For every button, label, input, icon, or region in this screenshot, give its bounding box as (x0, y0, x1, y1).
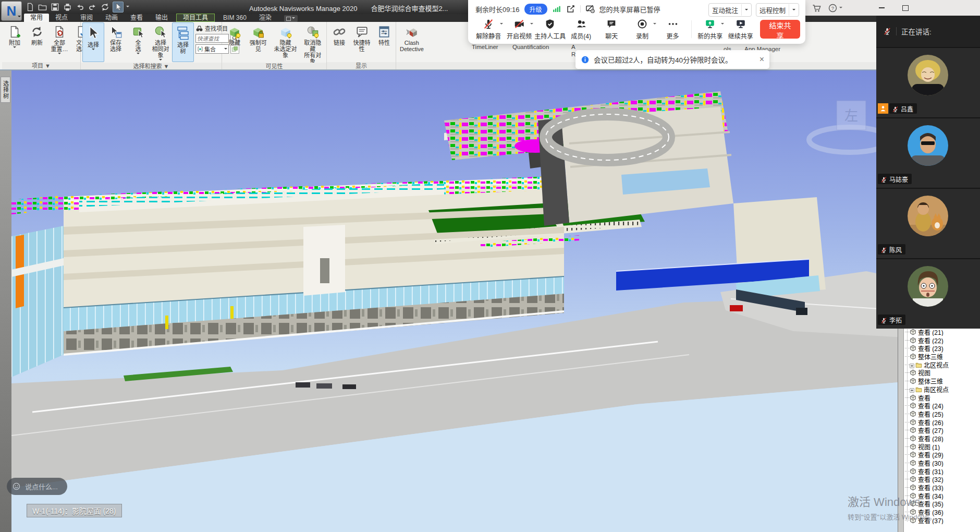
meeting-chat-bubble[interactable]: 说点什么... (7, 478, 67, 495)
remote-control-dropdown[interactable]: 远程控制 (756, 3, 799, 17)
ribbon-tool-label[interactable]: TimeLiner (472, 44, 498, 50)
group-label-project[interactable]: 项目 ▼ (2, 62, 80, 69)
tree-item[interactable]: 视图 (905, 369, 979, 377)
ribbon-button[interactable]: 强制可见 (246, 22, 270, 62)
chevron-down-icon[interactable] (530, 23, 533, 26)
chevron-down-icon[interactable] (500, 23, 503, 26)
qat-select-cursor-button[interactable] (113, 2, 124, 13)
minimize-button[interactable] (869, 0, 893, 16)
toast-close-button[interactable]: × (760, 55, 764, 64)
ribbon-button[interactable]: 链接 (328, 22, 350, 62)
tree-item[interactable]: 查看 (22) (905, 336, 979, 344)
tree-item[interactable]: 查看 (29) (905, 451, 979, 459)
meeting-toolbar-button[interactable]: 主持人工具 (534, 18, 566, 40)
chevron-down-icon[interactable] (839, 7, 842, 10)
qat-button[interactable] (100, 2, 110, 12)
tree-item[interactable]: 查看 (24) (905, 402, 979, 410)
tree-item[interactable]: 整体三维 (905, 377, 979, 385)
tree-item[interactable]: 查看 (26) (905, 418, 979, 426)
navisworks-app-button[interactable]: N (1, 1, 22, 21)
ribbon-button[interactable]: 全 选 (127, 22, 149, 62)
ribbon-button[interactable]: 选择 (82, 22, 104, 62)
ribbon-button[interactable]: 快捷特性 (351, 22, 373, 62)
ribbon-tab[interactable]: 常用 (24, 14, 49, 22)
tree-item[interactable]: 查看 (25) (905, 410, 979, 418)
ribbon-button[interactable]: 选择 相同对象 (150, 22, 172, 62)
tree-item[interactable]: 查看 (21) (905, 328, 979, 336)
tree-item[interactable]: 查看 (35) (905, 500, 979, 508)
ribbon-tool-label[interactable]: A (571, 44, 575, 50)
meeting-toolbar-button[interactable]: 解除静音 (473, 18, 504, 40)
ribbon-button[interactable]: 刷新 (26, 22, 48, 62)
participant-tile[interactable]: 陈风 (876, 188, 980, 258)
meeting-share-button[interactable]: 继续共享 (725, 18, 756, 40)
tree-item[interactable]: 查看 (27) (905, 426, 979, 434)
ribbon-tab[interactable]: 渲染 (253, 14, 278, 22)
participant-tile[interactable]: 吕鑫 (876, 47, 980, 117)
meeting-toolbar-button[interactable]: 成员(4) (566, 18, 596, 40)
tree-item[interactable]: 北区视点 (905, 360, 979, 369)
meeting-toolbar-button[interactable]: 录制 (627, 18, 658, 40)
meeting-toolbar-button[interactable]: 更多 (657, 18, 688, 40)
ribbon-tab[interactable]: 查看 (124, 14, 149, 22)
tree-item[interactable]: 查看 (28) (905, 434, 979, 443)
tree-item[interactable]: 查看 (33) (905, 483, 979, 492)
participant-tile[interactable]: 马誌豪 (876, 117, 980, 188)
qat-button[interactable] (63, 2, 72, 12)
meeting-toolbar-button[interactable]: 聊天 (596, 18, 627, 40)
ribbon-button[interactable]: 选择 树 (172, 22, 194, 62)
ribbon-button[interactable]: 特性 (373, 22, 395, 62)
cart-icon[interactable] (812, 3, 822, 13)
ribbon-tab[interactable]: 输出 (149, 14, 174, 22)
group-label-select[interactable]: 选择和搜索 ▼ (81, 63, 222, 70)
ribbon-button[interactable]: Clash Detective (398, 22, 426, 62)
tree-item[interactable]: 查看 (31) (905, 467, 979, 475)
viewport-3d-scene[interactable]: 左 (11, 70, 980, 532)
ribbon-tab[interactable]: 视点 (49, 14, 74, 22)
qat-button[interactable] (38, 2, 47, 12)
ribbon-button[interactable]: 全部 重置… (48, 22, 70, 62)
ribbon-button[interactable]: 隐藏 (224, 22, 246, 62)
ribbon-button[interactable]: 取消隐藏 所有对象 (301, 22, 325, 62)
popout-icon[interactable] (566, 4, 575, 14)
ribbon-collapse-button[interactable] (284, 15, 298, 22)
tree-item[interactable]: 视图 (1) (905, 442, 979, 451)
tree-item[interactable]: 查看 (34) (905, 491, 979, 500)
qat-button[interactable] (88, 2, 97, 12)
ribbon-button[interactable]: 保存 选择 (105, 22, 127, 62)
viewport[interactable]: 左 选择树 说点什么... W-1(-114)：影院屋面 (28) (0, 70, 980, 532)
tree-item[interactable]: 查看 (32) (905, 475, 979, 483)
participant-tile[interactable]: 李拓 (876, 258, 980, 329)
ribbon-tab[interactable]: 项目工具 (176, 14, 215, 22)
qat-button[interactable] (25, 2, 35, 12)
ribbon-tab[interactable]: 动画 (99, 14, 124, 22)
help-icon[interactable]: ? (828, 3, 838, 13)
ribbon-button[interactable]: 附加 (4, 22, 26, 62)
chevron-down-icon[interactable] (653, 23, 656, 26)
tree-item[interactable]: 查看 (23) (905, 344, 979, 353)
chevron-down-icon[interactable] (721, 23, 724, 26)
ribbon-tab[interactable]: 审阅 (74, 14, 99, 22)
upgrade-button[interactable]: 升级 (524, 4, 547, 15)
tree-item[interactable]: 查看 (36) (905, 508, 979, 516)
chevron-down-icon[interactable] (745, 9, 748, 12)
tree-item[interactable]: 查看 (905, 393, 979, 402)
expand-icon[interactable] (910, 387, 914, 392)
ribbon-button[interactable]: 隐藏 未选定对象 (271, 22, 300, 62)
tree-item[interactable]: 查看 (30) (905, 459, 979, 467)
maximize-button[interactable] (893, 0, 917, 16)
tree-item[interactable]: 整体三维 (905, 353, 979, 361)
ribbon-tool-label[interactable]: Quantification (512, 44, 549, 50)
chevron-down-icon[interactable] (792, 9, 795, 12)
tree-item[interactable]: 查看 (37) (905, 516, 979, 525)
meeting-share-button[interactable]: 新的共享 (695, 18, 726, 40)
expand-icon[interactable] (910, 362, 914, 367)
qat-button[interactable] (75, 2, 85, 12)
viewcube[interactable]: 左 (844, 108, 858, 124)
ribbon-tab[interactable]: BIM 360 (217, 14, 253, 22)
selection-tree-collapsed-tab[interactable]: 选择树 (1, 77, 10, 103)
annotation-dropdown[interactable]: 互动批注 (708, 3, 752, 17)
tree-item[interactable]: 南区视点 (905, 385, 979, 394)
qat-button[interactable] (50, 2, 60, 12)
qat-caret-icon[interactable] (126, 6, 129, 9)
